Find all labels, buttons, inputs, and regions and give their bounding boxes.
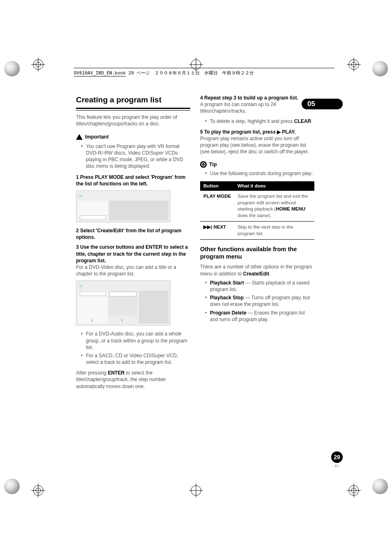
- step-head: 5 To play the program list, press ▶ PLAY…: [200, 129, 314, 135]
- option-name: Playback Stop: [210, 295, 244, 301]
- controls-table: Button What it does PLAY MODE Save the p…: [200, 181, 314, 240]
- important-list: You can't use Program play with VR forma…: [76, 143, 190, 170]
- option-name: Playback Start: [210, 280, 244, 286]
- text-fragment: does the same).: [238, 213, 271, 218]
- intro-text: This feature lets you program the play o…: [76, 114, 190, 127]
- step-head: 3 Use the cursor buttons and ENTER to se…: [76, 244, 190, 264]
- right-column: 4 Repeat step 3 to build up a program li…: [200, 95, 314, 390]
- button-name-cell: PLAY MODE: [200, 191, 234, 222]
- hand-cursor-icon: ☞: [78, 282, 85, 289]
- page-language: En: [331, 464, 343, 468]
- step-2: 2 Select 'Create/Edit' from the list of …: [76, 227, 190, 240]
- crosshair-icon: [189, 483, 203, 497]
- step-head: 4 Repeat step 3 to build up a program li…: [200, 95, 314, 101]
- list-item: For a SACD, CD or Video CD/Super VCD, se…: [82, 352, 190, 365]
- crosshair-icon: [347, 58, 361, 72]
- print-registration-ball: [372, 61, 388, 76]
- screenshot-selection: [80, 215, 106, 220]
- ui-screenshot: ☞ ↓ ↓: [76, 280, 171, 326]
- ui-screenshot: ☞: [76, 190, 171, 222]
- screenshot-panel: [78, 201, 108, 220]
- page-number-block: 29 En: [331, 451, 343, 468]
- text-fragment: .: [311, 118, 312, 124]
- list-item: Playback Stop — Turns off program play, …: [206, 294, 314, 308]
- list-item: You can't use Program play with VR forma…: [82, 143, 190, 170]
- important-callout: Important: [76, 134, 190, 141]
- print-registration-ball: [372, 479, 388, 494]
- text-fragment: Skip to the next step in the program lis…: [238, 224, 293, 236]
- step-body: A program list can contain up to 24 titl…: [200, 101, 314, 114]
- button-name-cell: ▶▶| NEXT: [200, 222, 234, 240]
- crosshair-icon: [31, 483, 45, 497]
- crosshair-icon: [347, 483, 361, 497]
- table-header: Button: [200, 181, 234, 191]
- step-body: For a DVD-Video disc, you can add a titl…: [76, 264, 190, 277]
- left-column: Creating a program list This feature let…: [76, 95, 190, 390]
- crosshair-icon: [31, 58, 45, 72]
- text-fragment: To delete a step, highlight it and press: [210, 118, 294, 124]
- subsection-intro: There are a number of other options in t…: [200, 264, 314, 277]
- step4-bullets: To delete a step, highlight it and press…: [200, 118, 314, 125]
- warning-icon: [76, 134, 83, 140]
- step-3: 3 Use the cursor buttons and ENTER to se…: [76, 244, 190, 277]
- table-row: ▶▶| NEXT Skip to the next step in the pr…: [200, 222, 314, 240]
- tip-list: Use the following controls during progra…: [200, 170, 314, 177]
- step-head: 2 Select 'Create/Edit' from the list of …: [76, 227, 190, 240]
- important-label: Important: [85, 134, 109, 141]
- step-4: 4 Repeat step 3 to build up a program li…: [200, 95, 314, 115]
- step-5: 5 To play the program list, press ▶ PLAY…: [200, 129, 314, 155]
- step-1: 1 Press PLAY MODE and select 'Program' f…: [76, 174, 190, 187]
- screenshot-selection: [109, 291, 136, 296]
- table-row: PLAY MODE Save the program list and exit…: [200, 191, 314, 222]
- button-desc-cell: Save the program list and exit the progr…: [234, 191, 314, 222]
- screenshot-selection: [80, 291, 106, 296]
- book-filename: DV610AV_IBD_EN.book: [74, 70, 126, 76]
- option-name: Program Delete: [210, 310, 247, 316]
- screenshot-panel: [139, 291, 168, 324]
- enter-key-label: ENTER: [108, 370, 125, 376]
- text-fragment: After pressing: [76, 370, 108, 376]
- create-edit-label: Create/Edit: [243, 271, 269, 277]
- hand-cursor-icon: ☞: [78, 192, 85, 199]
- list-item: Program Delete — Erases the program list…: [206, 310, 314, 323]
- options-list: Playback Start — Starts playback of a sa…: [200, 280, 314, 323]
- gear-icon: [200, 161, 207, 168]
- step-head: 1 Press PLAY MODE and select 'Program' f…: [76, 174, 190, 187]
- print-registration-ball: [4, 61, 20, 76]
- list-item: For a DVD-Audio disc, you can add a whol…: [82, 331, 190, 351]
- down-arrow-icon: ↓: [121, 317, 123, 323]
- print-header: DV610AV_IBD_EN.book 29 ページ ２００８年６月１１日 水曜…: [74, 68, 334, 76]
- book-pageinfo: 29 ページ ２００８年６月１１日 水曜日 午前９時２２分: [128, 70, 254, 76]
- page-content: Creating a program list This feature let…: [76, 95, 314, 390]
- print-registration-ball: [4, 479, 20, 494]
- step3-tail: After pressing ENTER to select the title…: [76, 370, 190, 390]
- page-number: 29: [331, 451, 343, 463]
- screenshot-panel: [109, 201, 168, 220]
- step-body: Program play remains active until you tu…: [200, 135, 314, 155]
- section-title: Creating a program list: [76, 95, 190, 109]
- list-item: To delete a step, highlight it and press…: [206, 118, 314, 125]
- list-item: Use the following controls during progra…: [206, 170, 314, 177]
- button-desc-cell: Skip to the next step in the program lis…: [234, 222, 314, 240]
- table-header: What it does: [234, 181, 314, 191]
- tip-callout: Tip: [200, 161, 314, 168]
- screenshot-panel: [108, 291, 137, 315]
- step3-bullets: For a DVD-Audio disc, you can add a whol…: [76, 331, 190, 365]
- list-item: Playback Start — Starts playback of a sa…: [206, 280, 314, 293]
- tip-label: Tip: [209, 161, 217, 168]
- text-fragment: .: [269, 271, 270, 277]
- clear-key-label: CLEAR: [294, 118, 311, 124]
- subsection-title: Other functions available from the progr…: [200, 245, 314, 260]
- home-menu-label: HOME MENU: [276, 206, 305, 211]
- table-header-row: Button What it does: [200, 181, 314, 191]
- down-arrow-icon: ↓: [91, 317, 94, 323]
